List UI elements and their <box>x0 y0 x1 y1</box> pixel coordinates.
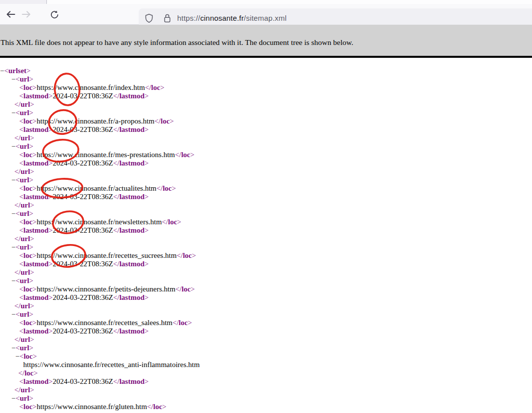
tag-bracket: > <box>33 151 37 159</box>
tag-name: loc <box>168 218 177 226</box>
tag-bracket: > <box>29 75 33 83</box>
tag-bracket: > <box>34 369 38 377</box>
xml-loc-line: <loc>https://www.cinnosante.fr/gluten.ht… <box>0 403 532 411</box>
shield-icon[interactable] <box>144 13 154 23</box>
xml-loc-line: <loc>https://www.cinnosante.fr/newslette… <box>0 218 532 226</box>
loc-value: https://www.cinnosante.fr/petits-dejeune… <box>37 285 175 293</box>
tag-bracket: > <box>29 394 33 402</box>
xml-root-open: −<urlset> <box>0 67 532 75</box>
lastmod-value: 2024-03-22T08:36Z <box>53 327 113 335</box>
xml-loc-open: −<loc> <box>0 352 532 361</box>
tag-bracket: > <box>29 109 33 117</box>
tag-name: lastmod <box>23 193 48 201</box>
xml-lastmod-line: <lastmod>2024-03-22T08:36Z</lastmod> <box>0 327 532 335</box>
xml-url-close: </url> <box>0 167 532 176</box>
tag-bracket: > <box>48 226 52 234</box>
tag-name: loc <box>24 352 33 360</box>
tag-name: lastmod <box>23 125 48 133</box>
tag-name: urlset <box>8 67 27 75</box>
tag-bracket: < <box>15 75 19 83</box>
tag-name: url <box>21 335 30 343</box>
lastmod-value: 2024-03-22T08:36Z <box>53 260 113 268</box>
xml-lastmod-line: <lastmod>2024-03-22T08:36Z</lastmod> <box>0 125 532 134</box>
loc-value: https://www.cinnosante.fr/recettes_sucre… <box>37 251 177 259</box>
tag-bracket: > <box>30 134 34 142</box>
tag-bracket: </ <box>113 125 119 133</box>
browser-window: https://cinnosante.fr/sitemap.xml This X… <box>0 0 532 413</box>
tag-name: url <box>20 277 29 285</box>
tag-bracket: </ <box>14 268 21 276</box>
xml-url-close: </url> <box>0 134 532 142</box>
xml-lastmod-line: <lastmod>2024-03-22T08:36Z</lastmod> <box>0 92 532 100</box>
tag-name: lastmod <box>23 327 48 335</box>
xml-url-open: −<url> <box>0 109 532 117</box>
tag-bracket: </ <box>172 319 179 327</box>
url-scheme: https:// <box>177 14 200 22</box>
loc-value: https://www.cinnosante.fr/index.htm <box>37 83 145 91</box>
lock-icon[interactable] <box>162 13 172 24</box>
tag-name: lastmod <box>23 159 48 167</box>
tag-name: lastmod <box>119 193 145 201</box>
tag-name: url <box>20 142 29 150</box>
tag-bracket: > <box>30 100 34 108</box>
tag-bracket: > <box>145 193 149 201</box>
tag-bracket: > <box>33 117 37 125</box>
tag-bracket: > <box>190 285 194 293</box>
tag-bracket: > <box>33 251 37 259</box>
xml-url-open: −<url> <box>0 243 532 251</box>
tag-bracket: > <box>30 386 34 394</box>
loc-value: https://www.cinnosante.fr/newsletters.ht… <box>37 218 162 226</box>
lastmod-value: 2024-03-22T08:36Z <box>53 159 113 167</box>
tag-bracket: < <box>15 176 19 184</box>
tag-bracket: > <box>48 125 52 133</box>
tag-bracket: > <box>33 184 37 192</box>
loc-value: https://www.cinnosante.fr/gluten.htm <box>37 403 147 411</box>
forward-arrow-icon <box>21 9 32 20</box>
xml-loc-line: <loc>https://www.cinnosante.fr/recettes_… <box>0 251 532 260</box>
tag-bracket: < <box>4 67 8 75</box>
tag-name: loc <box>23 83 32 91</box>
tag-bracket: > <box>30 302 34 310</box>
loc-value: https://www.cinnosante.fr/actualites.htm <box>37 184 156 192</box>
tag-bracket: > <box>33 319 37 327</box>
reload-button[interactable] <box>48 8 60 20</box>
tag-name: lastmod <box>119 159 145 167</box>
back-button[interactable] <box>5 8 17 20</box>
tag-name: loc <box>23 151 32 159</box>
xml-url-close: </url> <box>0 302 532 310</box>
tag-bracket: </ <box>113 226 119 234</box>
tag-name: loc <box>23 251 32 259</box>
browser-toolbar: https://cinnosante.fr/sitemap.xml <box>0 4 532 25</box>
tag-name: loc <box>23 117 32 125</box>
tag-bracket: < <box>15 310 19 318</box>
tag-name: lastmod <box>119 92 145 100</box>
tag-bracket: > <box>172 184 176 192</box>
tag-name: lastmod <box>119 377 145 385</box>
forward-button[interactable] <box>20 8 32 20</box>
lastmod-value: 2024-03-22T08:36Z <box>53 92 113 100</box>
tag-name: url <box>21 201 30 209</box>
xml-loc-line: <loc>https://www.cinnosante.fr/a-propos.… <box>0 117 532 125</box>
xml-loc-line: <loc>https://www.cinnosante.fr/index.htm… <box>0 83 532 92</box>
xml-lastmod-line: <lastmod>2024-03-22T08:36Z</lastmod> <box>0 159 532 167</box>
tag-bracket: </ <box>14 100 21 108</box>
xml-style-warning-banner: This XML file does not appear to have an… <box>0 25 532 58</box>
tag-bracket: </ <box>175 151 182 159</box>
tag-bracket: > <box>29 344 33 352</box>
tag-name: url <box>21 134 30 142</box>
xml-document-tree: −<urlset>−<url><loc>https://www.cinnosan… <box>0 58 532 413</box>
tag-bracket: > <box>190 151 194 159</box>
tag-bracket: </ <box>113 193 119 201</box>
tag-bracket: </ <box>113 260 119 268</box>
tag-bracket: > <box>145 226 149 234</box>
tag-name: url <box>20 109 29 117</box>
tag-bracket: > <box>48 92 52 100</box>
tag-name: url <box>21 386 30 394</box>
tag-name: url <box>21 235 30 243</box>
tag-name: url <box>20 243 29 251</box>
tag-name: loc <box>182 285 190 293</box>
tag-bracket: </ <box>14 235 21 243</box>
tag-bracket: > <box>170 117 174 125</box>
xml-lastmod-line: <lastmod>2024-03-22T08:36Z</lastmod> <box>0 226 532 235</box>
tag-bracket: > <box>145 92 149 100</box>
